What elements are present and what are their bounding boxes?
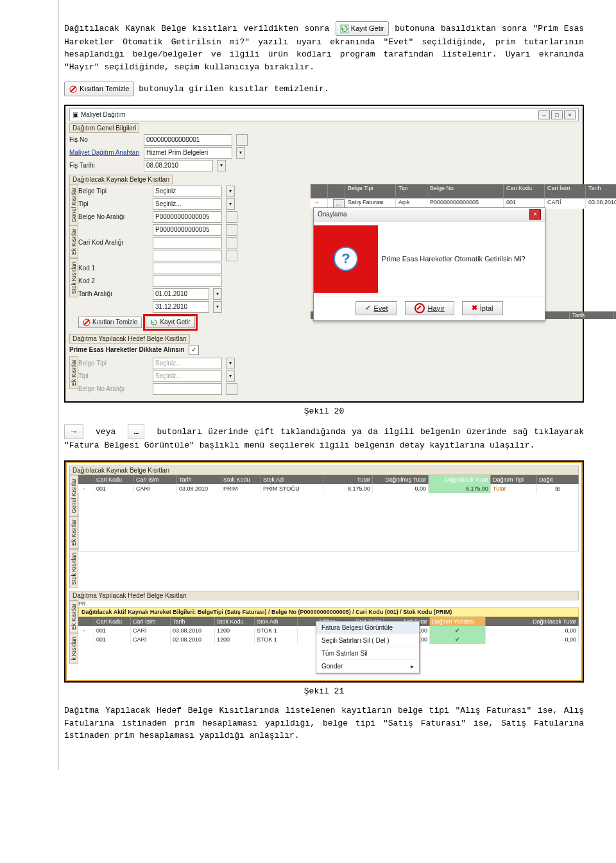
belge-no-label: Belge No Aralığı — [78, 213, 149, 220]
clear-icon — [83, 318, 90, 326]
red-arrow-icon: → — [71, 427, 76, 437]
tab-ek2[interactable]: Ek Kısıtlar — [69, 356, 78, 389]
cari-kod-from[interactable] — [153, 237, 222, 248]
p2-text: butonuyla girilen kısıtlar temizlenir. — [139, 84, 329, 94]
svg-line-4 — [84, 320, 89, 325]
belge-no-to[interactable]: P00000000000005 — [153, 224, 222, 236]
refresh-icon — [340, 24, 349, 33]
prime-esas-label: Prime Esas Hareketler Dikkate Alınsın — [69, 346, 185, 353]
confirm-sidebar: ? — [314, 225, 378, 293]
tarih-label: Tarih Aralığı — [78, 290, 149, 297]
fis-no-field[interactable]: 000000000000001 — [144, 134, 232, 146]
kod1-label: Kod 1 — [78, 265, 149, 272]
mda-link[interactable]: Maliyet Dağıtım Anahtarı — [69, 149, 140, 156]
confirm-title: Onaylama — [318, 211, 347, 218]
screenshot-21: Dağıtılacak Kaynak Belge Kısıtları Genel… — [64, 460, 584, 683]
active-record-band: Dağıtılacak Aktif Kaynak Hareket Bilgile… — [78, 607, 579, 617]
st2b[interactable]: Ek Kısıtlar — [69, 516, 78, 549]
cal1-icon[interactable]: ▾ — [213, 288, 222, 300]
fis-no-label: Fiş No — [69, 136, 140, 143]
kayit-getir-button[interactable]: Kayıt Getir — [146, 317, 194, 328]
date-icon[interactable]: ▾ — [217, 160, 226, 171]
kisitlari-temizle-button[interactable]: Kısıtları Temizle — [78, 317, 142, 328]
side-tabs-1: Genel Kısıtlar Ek Kısıtlar Stok Kısıtlar… — [69, 184, 78, 332]
group-target: Dağıtma Yapılacak Hedef Belge Kısıtları — [69, 334, 190, 344]
context-menu: Fatura Belgesi Görüntüle Seçili Satırlar… — [316, 621, 420, 674]
belge-tipi-label: Belge Tipi — [78, 187, 149, 195]
fis-tarihi-field[interactable]: 08.08.2010 — [144, 160, 213, 171]
cari-kod-to[interactable] — [153, 250, 222, 261]
dd-icon[interactable]: ▾ — [226, 186, 235, 197]
iptal-button[interactable]: ✖İptal — [462, 301, 503, 315]
paragraph-1: Dağıtılacak Kaynak Belge kısıtları veril… — [64, 21, 584, 73]
lk5-icon — [226, 383, 237, 395]
figure-21-caption: Şekil 21 — [64, 686, 584, 696]
tab-ek[interactable]: Ek Kısıtlar — [69, 225, 78, 258]
tipi-label: Tipi — [78, 200, 149, 207]
paragraph-3: → veya … butonları üzerinde çift tıkland… — [64, 424, 584, 452]
st2a[interactable]: Genel Kısıtlar — [69, 475, 78, 517]
check-icon: ✔ — [455, 636, 460, 643]
expand-icon[interactable]: ⊞ — [537, 484, 579, 493]
tipi2-field: Seçiniz... — [153, 370, 222, 382]
row-menu-button[interactable]: … — [333, 199, 345, 208]
lookup2-icon[interactable] — [226, 224, 237, 236]
mda-field[interactable]: Hizmet Prim Belgeleri — [144, 147, 232, 159]
row-arrow-icon[interactable]: → — [78, 484, 94, 493]
p1a: Dağıtılacak Kaynak Belge kısıtları veril… — [64, 24, 329, 33]
menu-secili-sil[interactable]: Seçili Satırları Sil ( Del ) — [316, 634, 419, 647]
tipi-select[interactable]: Seçiniz... — [153, 198, 222, 210]
close-button[interactable]: × — [564, 110, 576, 119]
belge-tipi-select[interactable]: Seçiniz — [153, 186, 222, 197]
st2c[interactable]: Stok Kısıtları — [69, 549, 78, 588]
check-icon: ✔ — [455, 627, 460, 634]
lookup3-icon[interactable] — [226, 237, 237, 248]
prime-esas-checkbox[interactable]: ✓ — [189, 345, 199, 355]
dd-icon2[interactable]: ▾ — [226, 198, 235, 210]
tab-genel[interactable]: Genel Kısıtlar — [69, 184, 78, 226]
st3a[interactable]: Ek Kısıtlar — [69, 600, 78, 633]
row-arrow-icon[interactable]: → — [78, 626, 94, 635]
min-button[interactable]: – — [538, 110, 550, 119]
check-icon: ✔ — [365, 304, 371, 312]
kisitlari-temizle-button-inline: Kısıtları Temizle — [64, 82, 134, 96]
confirm-dialog: Onaylama × ? Prime Esas Hareketler Otoma… — [313, 207, 545, 321]
max-button[interactable]: □ — [551, 110, 563, 119]
window-title: Maliyet Dağıtım — [81, 111, 125, 118]
kisitlari-temizle-label: Kısıtları Temizle — [80, 85, 129, 92]
st3b[interactable]: k Kısıtları — [69, 633, 78, 664]
refresh-icon — [150, 318, 158, 326]
tab-stok[interactable]: Stok Kısıtları — [69, 258, 78, 297]
menu-tum-sil[interactable]: Tüm Satırları Sil — [316, 647, 419, 660]
tab-source: Dağıtılacak Kaynak Belge Kısıtları — [69, 466, 579, 475]
kg-label: Kayıt Getir — [160, 318, 190, 326]
cari-kod-label: Cari Kod Aralığı — [78, 239, 149, 246]
no-icon — [415, 303, 425, 313]
bt2-label: Belge Tipi — [78, 360, 149, 367]
lookup1-icon[interactable] — [226, 211, 237, 223]
confirm-close-button[interactable]: × — [529, 209, 541, 220]
window-titlebar: ▣ Maliyet Dağıtım – □ × — [69, 109, 579, 121]
screenshot-20: ▣ Maliyet Dağıtım – □ × Dağıtım Genel Bi… — [64, 105, 584, 403]
menu-fatura-goruntule[interactable]: Fatura Belgesi Görüntüle — [316, 622, 419, 634]
tab-target: Dağıtma Yapılacak Hedef Belge Kısıtları — [69, 591, 579, 600]
evet-label: Evet — [373, 304, 388, 312]
dropdown-icon[interactable]: ▾ — [236, 147, 245, 159]
kod1-field[interactable] — [153, 263, 222, 274]
belge-no-from[interactable]: P00000000000005 — [153, 211, 222, 223]
lookup4-icon[interactable] — [226, 250, 237, 261]
group-source: Dağıtılacak Kaynak Belge Kısıtları — [69, 175, 173, 184]
kod2-field[interactable] — [153, 275, 222, 287]
menu-gonder[interactable]: Gonder▸ — [316, 660, 419, 673]
tarih-from[interactable]: 01.01.2010 — [153, 288, 209, 300]
hayir-button[interactable]: Hayır — [405, 301, 454, 315]
cal2-icon[interactable]: ▾ — [213, 301, 222, 313]
table-row[interactable]: → 001 CARİ 03.08.2010 PRIM PRİM STOĞU 8.… — [78, 484, 579, 493]
bn2-label: Belge No Aralığı — [78, 385, 149, 392]
lookup-icon[interactable] — [236, 134, 248, 146]
kt-label: Kısıtları Temizle — [92, 318, 137, 326]
evet-button[interactable]: ✔Evet — [355, 301, 397, 315]
tarih-to[interactable]: 31.12.2010 — [153, 301, 209, 313]
table1-header: Cari Kodu Cari İsim Tarih Stok Kodu Stok… — [78, 475, 579, 484]
left-margin-line — [58, 0, 58, 770]
